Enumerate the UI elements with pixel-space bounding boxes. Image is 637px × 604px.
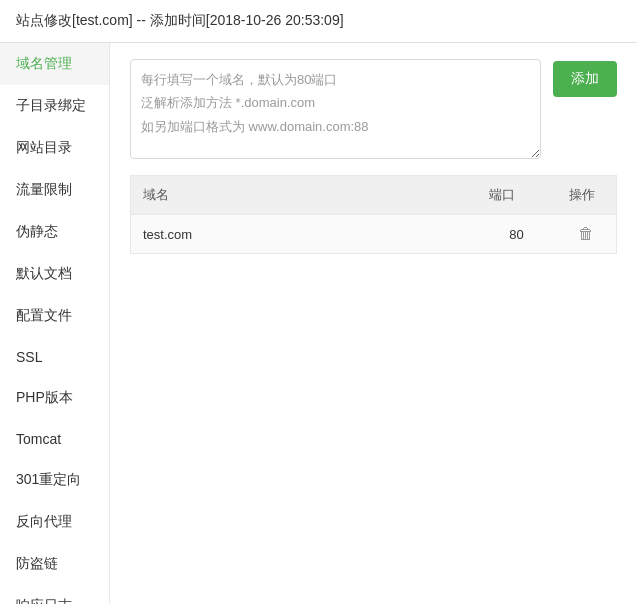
sidebar-item-5[interactable]: 默认文档 (0, 253, 109, 295)
table-header-row: 域名 端口 操作 (131, 176, 617, 215)
main-content: 添加 域名 端口 操作 test.com80🗑 (110, 43, 637, 604)
sidebar-item-8[interactable]: PHP版本 (0, 377, 109, 419)
domain-textarea[interactable] (130, 59, 541, 159)
sidebar-item-9[interactable]: Tomcat (0, 419, 109, 459)
sidebar-item-1[interactable]: 子目录绑定 (0, 85, 109, 127)
cell-action-0: 🗑 (557, 215, 617, 254)
table-row: test.com80🗑 (131, 215, 617, 254)
page-header: 站点修改[test.com] -- 添加时间[2018-10-26 20:53:… (0, 0, 637, 43)
cell-port-0: 80 (477, 215, 557, 254)
sidebar-item-7[interactable]: SSL (0, 337, 109, 377)
delete-icon-0[interactable]: 🗑 (578, 225, 594, 242)
col-header-domain: 域名 (131, 176, 477, 215)
col-header-port: 端口 (477, 176, 557, 215)
sidebar-item-3[interactable]: 流量限制 (0, 169, 109, 211)
sidebar-item-6[interactable]: 配置文件 (0, 295, 109, 337)
sidebar-item-2[interactable]: 网站目录 (0, 127, 109, 169)
col-header-action: 操作 (557, 176, 617, 215)
sidebar-item-12[interactable]: 防盗链 (0, 543, 109, 585)
sidebar-item-0[interactable]: 域名管理 (0, 43, 109, 85)
cell-domain-0: test.com (131, 215, 477, 254)
domain-table: 域名 端口 操作 test.com80🗑 (130, 175, 617, 254)
page-title: 站点修改[test.com] -- 添加时间[2018-10-26 20:53:… (16, 12, 344, 28)
input-section: 添加 (130, 59, 617, 159)
add-domain-button[interactable]: 添加 (553, 61, 617, 97)
sidebar-item-11[interactable]: 反向代理 (0, 501, 109, 543)
sidebar-item-4[interactable]: 伪静态 (0, 211, 109, 253)
table-body: test.com80🗑 (131, 215, 617, 254)
page-container: 站点修改[test.com] -- 添加时间[2018-10-26 20:53:… (0, 0, 637, 604)
sidebar-item-10[interactable]: 301重定向 (0, 459, 109, 501)
content-wrapper: 域名管理子目录绑定网站目录流量限制伪静态默认文档配置文件SSLPHP版本Tomc… (0, 43, 637, 604)
table-header: 域名 端口 操作 (131, 176, 617, 215)
sidebar-item-13[interactable]: 响应日志 (0, 585, 109, 604)
sidebar: 域名管理子目录绑定网站目录流量限制伪静态默认文档配置文件SSLPHP版本Tomc… (0, 43, 110, 604)
